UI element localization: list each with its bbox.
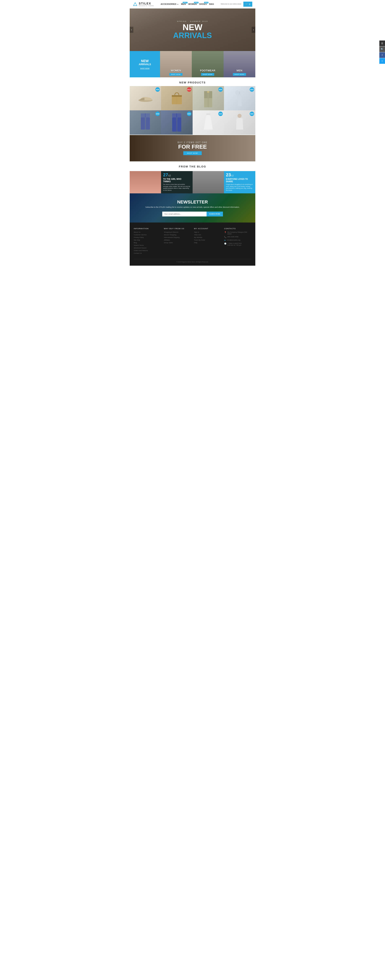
blog-img-1 <box>130 171 161 193</box>
cat-tile-new-arrivals[interactable]: NEW ARRIVALS SHOP NOW! <box>130 51 160 77</box>
footer-col-contacts: CONTACTS 📍 My Company Glasgow D04 89GR 📞… <box>224 228 251 255</box>
product-badge-8: NEW <box>250 111 254 116</box>
svg-rect-16 <box>172 118 176 132</box>
shoes-icon <box>137 94 154 102</box>
product-card-1[interactable]: NEW <box>130 86 161 110</box>
hero-prev-button[interactable]: ‹ <box>130 27 133 33</box>
newsletter-email-input[interactable] <box>162 212 207 216</box>
nav-women-badge: NEW <box>194 2 198 3</box>
footer-col-why-buy: WHY BUY FROM US Shopping & Returns Secur… <box>164 228 191 255</box>
jeans2-icon <box>171 113 182 132</box>
footer-link-intl-shipping[interactable]: International Shipping <box>164 237 191 238</box>
footer-link-group-sales[interactable]: Group Sales <box>164 242 191 243</box>
footer-grid: INFORMATION About Us Customer Service Pr… <box>134 228 251 255</box>
footer-link-about-us[interactable]: About Us <box>134 231 161 233</box>
hero-line2: ARRIVALS <box>173 32 212 39</box>
nav-men-badge: ONLY <box>183 2 187 3</box>
cat-tile-men[interactable]: MEN SHOP NOW! <box>223 51 255 77</box>
footer: INFORMATION About Us Customer Service Pr… <box>130 223 255 266</box>
cat-men-shop-btn[interactable]: SHOP NOW! <box>233 73 246 76</box>
cat-women-label: WOMEN <box>162 69 190 72</box>
blog-img-4: 23/12 EVERYONE LOVES TOSHARE Forget abou… <box>224 171 255 193</box>
product-card-6[interactable]: NEW <box>161 110 192 135</box>
footer-hours: 🕐 7 Days a week from9:00 am to 7:00 pm <box>224 242 251 246</box>
product-card-3[interactable]: NEW <box>193 86 224 110</box>
logo-wordmark: STILEX MAGENTO THEME <box>139 2 154 6</box>
nav-shoes[interactable]: NEW SHOES <box>199 3 207 5</box>
product-card-2[interactable]: SALE <box>161 86 192 110</box>
product-card-5[interactable]: NEW <box>130 110 161 135</box>
footer-link-affiliates[interactable]: Affiliates <box>164 239 191 241</box>
footer-link-track-order[interactable]: Track My Order <box>194 239 221 241</box>
footer-link-contact-us[interactable]: Contact Us <box>134 252 161 254</box>
blog-grid: 27/12 TO THE GIRL WHOTHINKS Our store is… <box>130 171 255 193</box>
blog-card-2[interactable]: 27/12 TO THE GIRL WHOTHINKS Our store is… <box>161 171 192 193</box>
newsletter-subscribe-button[interactable]: SUBSCRIBE <box>206 212 223 216</box>
footer-col-my-account: MY ACCOUNT Sign In View Cart My Wishlist… <box>194 228 221 255</box>
footer-link-help[interactable]: Help <box>194 242 221 243</box>
blog-card-1[interactable] <box>130 171 161 193</box>
footer-link-orders-returns[interactable]: Orders and Returns <box>134 250 161 251</box>
cat-tile-footwear[interactable]: FOOTWEAR SHOP NOW! <box>192 51 223 77</box>
product-card-4[interactable]: NEW <box>224 86 255 110</box>
cat-tile-women[interactable]: WOMEN SHOP NOW! <box>160 51 192 77</box>
newsletter-title: NEWSLETTER <box>134 199 251 205</box>
hero-season: SPRING · SUMMER 2015 <box>173 21 212 22</box>
footer-link-customer-service[interactable]: Customer Service <box>134 234 161 236</box>
hero-slider: ‹ SPRING · SUMMER 2015 NEW ARRIVALS › <box>130 8 255 51</box>
blog-date-2: 27/12 <box>163 173 190 177</box>
welcome-text: Welcome to our online store! <box>221 3 241 5</box>
blog-title-2: TO THE GIRL WHOTHINKS <box>163 178 190 183</box>
blog-title: FROM THE BLOG <box>130 161 255 170</box>
footer-hours-text: 7 Days a week from9:00 am to 7:00 pm <box>227 242 242 246</box>
blog-card-4[interactable]: 23/12 EVERYONE LOVES TOSHARE Forget abou… <box>224 171 255 193</box>
blog-desc-2: Our store is more than just another aver… <box>163 183 190 191</box>
hero-line1: NEW <box>173 23 212 32</box>
promo-subtitle: BUY 2 ITEMS GET ONE <box>177 141 208 143</box>
nav-bag[interactable]: BAG <box>209 3 214 5</box>
footer-link-blog[interactable]: Blog <box>134 242 161 243</box>
footer-link-sign-in[interactable]: Sign In <box>194 231 221 233</box>
nav-accessories[interactable]: ACCESSORIES ▼ <box>161 3 179 5</box>
footer-link-privacy-policy[interactable]: Privacy Policy <box>134 237 161 238</box>
svg-rect-12 <box>141 118 145 130</box>
nav-women[interactable]: NEW WOMEN <box>189 3 197 5</box>
footer-link-site-map[interactable]: Site Map <box>134 239 161 241</box>
product-badge-7: NEW <box>218 111 223 116</box>
cat-footwear-shop-btn[interactable]: SHOP NOW! <box>201 73 214 76</box>
newsletter-form: SUBSCRIBE <box>162 212 223 216</box>
cat-women-shop-btn[interactable]: SHOP NOW! <box>170 73 183 76</box>
promo-shop-button[interactable]: SHOP NOW! <box>183 151 202 155</box>
blog-title-4: EVERYONE LOVES TOSHARE <box>226 178 253 183</box>
new-products-title: NEW PRODUCTS <box>130 77 255 86</box>
footer-email-text: info@demolink.org <box>227 239 240 241</box>
footer-address: 📍 My Company Glasgow D04 89GR <box>224 231 251 235</box>
cart-button[interactable]: 🛒 0 <box>243 2 252 7</box>
product-card-7[interactable]: NEW <box>193 110 224 135</box>
suit-icon <box>202 89 214 107</box>
svg-rect-9 <box>207 91 209 93</box>
footer-link-search-terms[interactable]: Search Terms <box>134 244 161 246</box>
blog-img-2: 27/12 TO THE GIRL WHOTHINKS Our store is… <box>161 171 192 193</box>
nav-men[interactable]: ONLY MEN <box>181 3 186 5</box>
blog-card-3[interactable] <box>193 171 224 193</box>
footer-link-secure-shopping[interactable]: Secure Shopping <box>164 234 191 236</box>
footer-link-shopping-returns[interactable]: Shopping & Returns <box>164 231 191 233</box>
product-badge-4: NEW <box>250 87 254 92</box>
promo-banner: BUY 2 ITEMS GET ONE FOR FREE SHOP NOW! <box>130 135 255 161</box>
logo-tagline: MAGENTO THEME <box>139 5 154 6</box>
newsletter-desc: Subscribe to the STILEX mailing list to … <box>134 206 251 209</box>
footer-link-view-cart[interactable]: View Cart <box>194 234 221 236</box>
jeans1-icon <box>140 113 151 132</box>
cat-footwear-overlay: FOOTWEAR SHOP NOW! <box>192 67 223 77</box>
cat-new-shop-btn[interactable]: SHOP NOW! <box>140 67 150 69</box>
logo[interactable]: STILEX MAGENTO THEME <box>133 2 154 7</box>
footer-address-text: My Company Glasgow D04 89GR <box>227 231 251 235</box>
footer-link-my-wishlist[interactable]: My Wishlist <box>194 237 221 238</box>
hero-next-button[interactable]: › <box>252 27 255 33</box>
nav-shoes-badge: NEW <box>204 2 209 3</box>
product-badge-6: NEW <box>187 111 192 116</box>
footer-phone-text: 800-2345-6789 <box>227 236 238 238</box>
product-card-8[interactable]: NEW <box>224 110 255 135</box>
footer-link-advanced-search[interactable]: Advanced Search <box>134 247 161 249</box>
